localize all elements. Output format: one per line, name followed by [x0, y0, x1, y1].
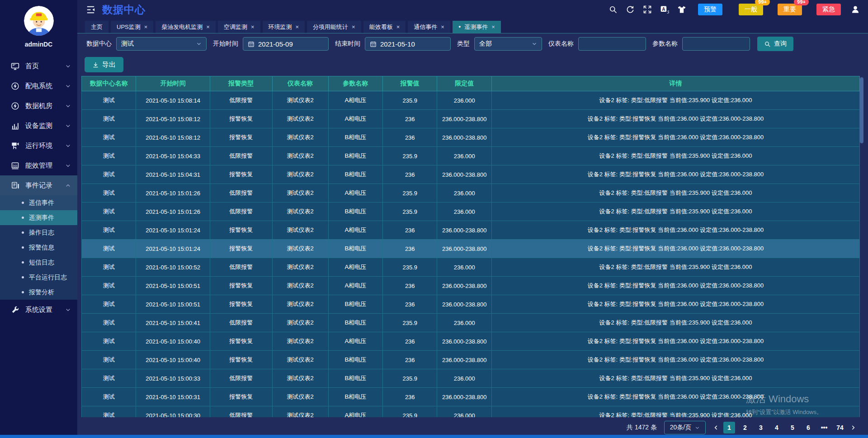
cell-detail: 设备2 标签: 类型:低限报警 当前值:235.900 设定值:236.000: [491, 184, 859, 203]
table-row[interactable]: 测试 2021-05-10 15:00:51 报警恢复 测试仪表2 B相电压 2…: [82, 295, 860, 314]
table-row[interactable]: 测试 2021-05-10 15:01:26 低限报警 测试仪表2 B相电压 2…: [82, 203, 860, 221]
sidebar-item-power-distribution[interactable]: 配电系统: [0, 76, 77, 96]
table-column-header: 开始时间: [136, 76, 210, 91]
sidebar-item-home[interactable]: 首页: [0, 56, 77, 76]
forewarn-button[interactable]: 预警: [698, 4, 722, 15]
sidebar-item-environment[interactable]: 运行环境: [0, 136, 77, 155]
meter-name-input[interactable]: [578, 37, 646, 51]
table-row[interactable]: 测试 2021-05-10 15:00:41 低限报警 测试仪表2 B相电压 2…: [82, 314, 860, 332]
next-page-icon[interactable]: [850, 424, 856, 431]
tab[interactable]: 环境监测 ×: [263, 21, 305, 33]
tab-close-icon[interactable]: ×: [396, 24, 400, 30]
sidebar-item-data-room[interactable]: 数据机房: [0, 96, 77, 116]
tab[interactable]: UPS监测 ×: [111, 21, 153, 33]
sidebar-subitem[interactable]: 报警分析: [0, 285, 77, 300]
cell-datacenter: 测试: [82, 406, 136, 418]
page-size-select[interactable]: 20条/页: [664, 421, 706, 434]
cell-meter-name: 测试仪表2: [272, 388, 328, 406]
prev-page-icon[interactable]: [713, 424, 719, 431]
tab-close-icon[interactable]: ×: [491, 24, 495, 30]
table-row[interactable]: 测试 2021-05-10 15:00:30 低限报警 测试仪表2 A相电压 2…: [82, 406, 860, 418]
sidebar-subitem[interactable]: 遥测事件: [0, 210, 77, 225]
cell-alarm-value: 235.9: [383, 184, 437, 203]
tab[interactable]: 能效看板 ×: [363, 21, 406, 33]
page-button[interactable]: •••: [818, 422, 830, 433]
cell-start-time: 2021-05-10 15:08:14: [136, 91, 210, 110]
sensor-icon: [11, 141, 19, 150]
table-row[interactable]: 测试 2021-05-10 15:00:33 低限报警 测试仪表2 B相电压 2…: [82, 369, 860, 388]
events-table-container: 数据中心名称 开始时间 报警类型 仪表名称 参数名称 报警值 限定值: [81, 76, 863, 417]
tab[interactable]: ● 遥测事件 ×: [453, 21, 501, 33]
table-row[interactable]: 测试 2021-05-10 15:01:24 报警恢复 测试仪表2 A相电压 2…: [82, 221, 860, 240]
refresh-icon[interactable]: [626, 5, 635, 14]
table-row[interactable]: 测试 2021-05-10 15:00:40 报警恢复 测试仪表2 A相电压 2…: [82, 332, 860, 351]
urgent-alarm-button[interactable]: 紧急: [816, 4, 841, 15]
page-button[interactable]: 1: [723, 422, 735, 433]
collapse-menu-icon[interactable]: [85, 5, 96, 15]
cell-start-time: 2021-05-10 15:00:31: [136, 388, 210, 406]
sidebar-item-event-records[interactable]: 事件记录: [0, 175, 77, 195]
sidebar-subitem[interactable]: 操作日志: [0, 225, 77, 240]
cell-start-time: 2021-05-10 15:08:12: [136, 110, 210, 128]
user-icon[interactable]: [851, 5, 860, 14]
sidebar-subitem[interactable]: 平台运行日志: [0, 270, 77, 285]
fullscreen-icon[interactable]: [643, 5, 652, 14]
cell-alarm-value: 236: [383, 332, 437, 351]
tab-close-icon[interactable]: ×: [144, 24, 148, 30]
page-button[interactable]: 74: [834, 422, 846, 433]
important-alarm-button[interactable]: 重要 99+: [778, 4, 802, 15]
sidebar-item-label: 首页: [25, 62, 39, 71]
user-avatar[interactable]: [24, 6, 54, 36]
cell-limit-value: 236.000-238.800: [437, 240, 491, 258]
table-scrollbar-thumb[interactable]: [860, 77, 863, 143]
table-row[interactable]: 测试 2021-05-10 15:00:52 低限报警 测试仪表2 A相电压 2…: [82, 258, 860, 277]
search-button[interactable]: 查询: [757, 37, 793, 51]
table-row[interactable]: 测试 2021-05-10 15:01:26 低限报警 测试仪表2 A相电压 2…: [82, 184, 860, 203]
chevron-down-icon: [65, 307, 71, 313]
sidebar-item-system-settings[interactable]: 系统设置: [0, 300, 77, 320]
tab[interactable]: 柴油发电机监测 ×: [156, 21, 216, 33]
table-row[interactable]: 测试 2021-05-10 15:00:40 报警恢复 测试仪表2 B相电压 2…: [82, 351, 860, 369]
tab-close-icon[interactable]: ×: [206, 24, 210, 30]
tab-close-icon[interactable]: ×: [251, 24, 255, 30]
tab[interactable]: 空调监测 ×: [218, 21, 260, 33]
sidebar-subitem-label: 操作日志: [29, 229, 54, 237]
table-row[interactable]: 测试 2021-05-10 15:08:12 报警恢复 测试仪表2 A相电压 2…: [82, 110, 860, 128]
sidebar-subitem[interactable]: 报警信息: [0, 240, 77, 255]
tab[interactable]: 分项用能统计 ×: [307, 21, 361, 33]
table-row[interactable]: 测试 2021-05-10 15:08:12 报警恢复 测试仪表2 B相电压 2…: [82, 128, 860, 147]
table-row[interactable]: 测试 2021-05-10 15:04:33 低限报警 测试仪表2 B相电压 2…: [82, 147, 860, 165]
sidebar-item-energy-management[interactable]: 能效管理: [0, 155, 77, 175]
table-row[interactable]: 测试 2021-05-10 15:08:14 低限报警 测试仪表2 A相电压 2…: [82, 91, 860, 110]
page-button[interactable]: 2: [739, 422, 751, 433]
start-date-input[interactable]: 2021-05-09: [243, 37, 329, 51]
param-name-input[interactable]: [682, 37, 750, 51]
sidebar-item-device-monitoring[interactable]: 设备监测: [0, 116, 77, 136]
sidebar-subitem[interactable]: 遥信事件: [0, 195, 77, 210]
table-row[interactable]: 测试 2021-05-10 15:00:51 报警恢复 测试仪表2 A相电压 2…: [82, 277, 860, 295]
calendar-icon: [370, 41, 377, 47]
tab[interactable]: 主页: [85, 21, 108, 33]
tab-close-icon[interactable]: ×: [441, 24, 444, 30]
end-date-input[interactable]: 2021-05-10: [365, 37, 451, 51]
page-button[interactable]: 5: [787, 422, 798, 433]
general-alarm-button[interactable]: 一般 99+: [739, 4, 763, 15]
sidebar-subitem[interactable]: 短信日志: [0, 255, 77, 270]
cell-limit-value: 236.000: [437, 369, 491, 388]
table-row[interactable]: 测试 2021-05-10 15:04:31 报警恢复 测试仪表2 B相电压 2…: [82, 165, 860, 184]
tab-close-icon[interactable]: ×: [296, 24, 299, 30]
theme-icon[interactable]: [677, 5, 686, 14]
tab[interactable]: 通信事件 ×: [408, 21, 450, 33]
page-button[interactable]: 4: [771, 422, 783, 433]
cell-detail: 设备2 标签: 类型:低限报警 当前值:235.900 设定值:236.000: [491, 91, 859, 110]
datacenter-select[interactable]: 测试: [116, 37, 207, 51]
translate-icon[interactable]: [660, 5, 669, 14]
type-select[interactable]: 全部: [474, 37, 542, 51]
table-row[interactable]: 测试 2021-05-10 15:01:24 报警恢复 测试仪表2 B相电压 2…: [82, 240, 860, 258]
tab-close-icon[interactable]: ×: [352, 24, 355, 30]
search-icon[interactable]: [609, 5, 618, 14]
page-button[interactable]: 6: [802, 422, 814, 433]
page-button[interactable]: 3: [755, 422, 767, 433]
table-row[interactable]: 测试 2021-05-10 15:00:31 报警恢复 测试仪表2 B相电压 2…: [82, 388, 860, 406]
export-button[interactable]: 导出: [85, 57, 123, 72]
